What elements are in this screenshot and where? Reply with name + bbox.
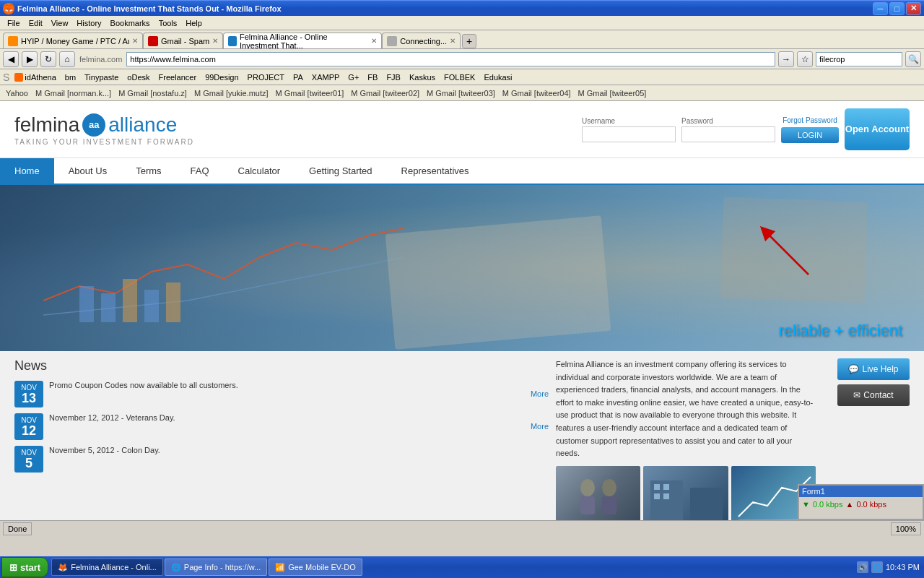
tab-felmina[interactable]: Felmina Alliance - Online Investment Tha… bbox=[223, 33, 382, 48]
start-button[interactable]: ⊞ start bbox=[1, 557, 48, 577]
password-input[interactable] bbox=[681, 126, 775, 142]
bm-kaskus[interactable]: Kaskus bbox=[406, 72, 439, 82]
menu-help[interactable]: Help bbox=[181, 17, 206, 29]
taskbar-item-mobile[interactable]: 📶 Gee Mobile EV-DO bbox=[269, 558, 362, 576]
svg-rect-7 bbox=[580, 496, 595, 514]
tab-gmail[interactable]: Gmail - Spam ✕ bbox=[143, 33, 223, 48]
bm-project[interactable]: PROJECT bbox=[244, 72, 288, 82]
more-link-1[interactable]: More bbox=[531, 389, 549, 398]
search-button[interactable]: 🔍 bbox=[905, 51, 921, 67]
news-date-1: NOV 13 bbox=[14, 381, 43, 407]
taskbar-item-felmina[interactable]: 🦊 Felmina Alliance - Onli... bbox=[51, 558, 163, 576]
firefox-icon-taskbar2: 🌐 bbox=[171, 563, 181, 572]
svg-rect-13 bbox=[654, 493, 660, 499]
news-title: News bbox=[14, 358, 549, 374]
menu-bar: File Edit View History Bookmarks Tools H… bbox=[0, 16, 924, 30]
nav-faq[interactable]: FAQ bbox=[176, 158, 224, 184]
minimize-button[interactable]: ─ bbox=[873, 2, 888, 15]
taskbar-item-pageinfo[interactable]: 🌐 Page Info - https://w... bbox=[165, 558, 267, 576]
tab-connecting[interactable]: Connecting... ✕ bbox=[382, 33, 461, 48]
people-svg bbox=[570, 473, 627, 517]
maximize-button[interactable]: □ bbox=[889, 2, 905, 15]
pb-gmail1[interactable]: M Gmail [norman.k...] bbox=[32, 88, 114, 98]
bm-idathena[interactable]: idAthena bbox=[11, 72, 59, 82]
menu-tools[interactable]: Tools bbox=[154, 17, 182, 29]
bm-odesk[interactable]: oDesk bbox=[123, 72, 153, 82]
tab-close-connecting[interactable]: ✕ bbox=[450, 37, 456, 45]
contact-button[interactable]: ✉ Contact bbox=[837, 384, 910, 406]
nav-getting-started[interactable]: Getting Started bbox=[295, 158, 386, 184]
nav-about[interactable]: About Us bbox=[54, 158, 121, 184]
bm-fjb[interactable]: FJB bbox=[383, 72, 404, 82]
bm-fb[interactable]: FB bbox=[364, 72, 381, 82]
pb-gmail2[interactable]: M Gmail [nostafu.z] bbox=[116, 88, 190, 98]
bookmarks-bar: S idAthena bm Tinypaste oDesk Freelancer… bbox=[0, 69, 924, 85]
news-item-1: NOV 13 Promo Coupon Codes now available … bbox=[14, 381, 549, 407]
news-date-2: NOV 12 bbox=[14, 413, 43, 440]
news-content-1: Promo Coupon Codes now available to all … bbox=[49, 381, 549, 398]
bm-freelancer[interactable]: Freelancer bbox=[155, 72, 201, 82]
windows-logo: ⊞ bbox=[9, 562, 17, 573]
site-header: felmina aa alliance TAKING YOUR INVESTME… bbox=[0, 101, 924, 158]
live-help-button[interactable]: 💬 Live Help bbox=[837, 358, 910, 380]
pb-gmail-tw4[interactable]: M Gmail [twiteer04] bbox=[500, 88, 574, 98]
password-label: Password bbox=[681, 117, 775, 125]
building-svg bbox=[643, 466, 728, 520]
search-input[interactable] bbox=[816, 52, 902, 66]
forward-button[interactable]: ▶ bbox=[22, 51, 38, 67]
bm-99design[interactable]: 99Design bbox=[201, 72, 242, 82]
description-text: Felmina Alliance is an investment compan… bbox=[556, 358, 816, 460]
title-bar: 🦊 Felmina Alliance - Online Investment T… bbox=[0, 0, 924, 16]
forgot-password-link[interactable]: Forgot Password bbox=[783, 116, 837, 124]
bm-bm[interactable]: bm bbox=[61, 72, 79, 82]
pb-gmail-tw3[interactable]: M Gmail [twiteer03] bbox=[424, 88, 498, 98]
form1-panel: Form1 ▼ 0.0 kbps ▲ 0.0 kbps bbox=[798, 484, 924, 520]
menu-bookmarks[interactable]: Bookmarks bbox=[106, 17, 154, 29]
pb-gmail3[interactable]: M Gmail [yukie.mutz] bbox=[191, 88, 271, 98]
tab-close-gmail[interactable]: ✕ bbox=[212, 37, 218, 45]
bm-gplus[interactable]: G+ bbox=[344, 72, 362, 82]
pb-gmail-tw5[interactable]: M Gmail [twiteer05] bbox=[575, 88, 650, 98]
window-title: Felmina Alliance - Online Investment Tha… bbox=[17, 4, 282, 13]
address-bar: ◀ ▶ ↻ ⌂ felmina.com → ☆ 🔍 bbox=[0, 49, 924, 69]
tab-close-hyip[interactable]: ✕ bbox=[132, 37, 138, 45]
close-button[interactable]: ✕ bbox=[906, 2, 921, 15]
pb-yahoo[interactable]: Yahoo bbox=[3, 88, 31, 98]
back-button[interactable]: ◀ bbox=[3, 51, 19, 67]
nav-terms[interactable]: Terms bbox=[121, 158, 175, 184]
home-button[interactable]: ⌂ bbox=[59, 51, 75, 67]
bm-xampp[interactable]: XAMPP bbox=[308, 72, 344, 82]
bm-pa[interactable]: PA bbox=[289, 72, 307, 82]
open-account-button[interactable]: Open Account bbox=[845, 108, 910, 150]
bm-folbek[interactable]: FOLBEK bbox=[440, 72, 479, 82]
bookmark-star[interactable]: ☆ bbox=[797, 51, 813, 67]
nav-home[interactable]: Home bbox=[0, 158, 54, 184]
login-button[interactable]: LOGIN bbox=[781, 127, 839, 143]
menu-edit[interactable]: Edit bbox=[25, 17, 47, 29]
address-input[interactable] bbox=[126, 52, 775, 66]
status-right: 100% bbox=[891, 522, 921, 535]
tab-hyip[interactable]: HYIP / Money Game / PTC / Autosurf | Ka.… bbox=[3, 33, 143, 48]
bm-tinypaste[interactable]: Tinypaste bbox=[81, 72, 122, 82]
pb-gmail-tw1[interactable]: M Gmail [twiteer01] bbox=[273, 88, 347, 98]
bm-edukasi[interactable]: Edukasi bbox=[480, 72, 515, 82]
status-zoom: 100% bbox=[891, 522, 921, 535]
tab-close-felmina[interactable]: ✕ bbox=[371, 37, 377, 45]
tab-bar: HYIP / Money Game / PTC / Autosurf | Ka.… bbox=[0, 30, 924, 49]
menu-history[interactable]: History bbox=[72, 17, 105, 29]
nav-representatives[interactable]: Representatives bbox=[387, 158, 484, 184]
reload-button[interactable]: ↻ bbox=[40, 51, 56, 67]
login-area: Username Password Forgot Password LOGIN … bbox=[582, 108, 910, 150]
more-link-2[interactable]: More bbox=[531, 422, 549, 431]
logo-tagline: TAKING YOUR INVESTMENT FORWARD bbox=[14, 138, 194, 146]
new-tab-button[interactable]: + bbox=[462, 34, 476, 48]
news-section: News NOV 13 Promo Coupon Codes now avail… bbox=[14, 358, 549, 520]
taskbar-items: 🦊 Felmina Alliance - Onli... 🌐 Page Info… bbox=[48, 558, 853, 576]
status-bar: Done 100% bbox=[0, 520, 924, 536]
pb-gmail-tw2[interactable]: M Gmail [twiteer02] bbox=[348, 88, 422, 98]
username-input[interactable] bbox=[582, 126, 676, 142]
menu-file[interactable]: File bbox=[3, 17, 25, 29]
go-button[interactable]: → bbox=[778, 51, 794, 67]
nav-calculator[interactable]: Calculator bbox=[224, 158, 295, 184]
menu-view[interactable]: View bbox=[47, 17, 73, 29]
